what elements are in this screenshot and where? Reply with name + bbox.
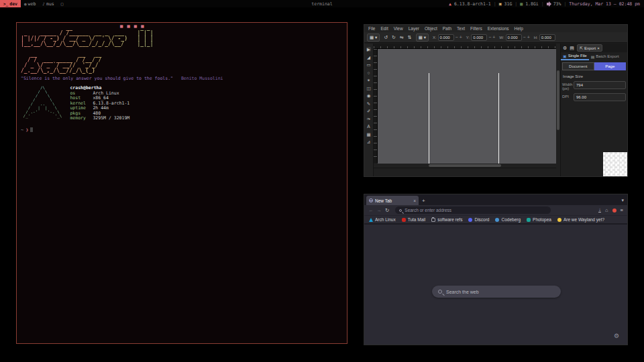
ellipse-tool-icon[interactable]: ○ [368, 70, 370, 75]
search-placeholder: Search the web [446, 290, 479, 294]
star-tool-icon[interactable]: ✶ [367, 78, 370, 82]
w-input[interactable]: 0.000 [506, 34, 522, 41]
bookmark-codeberg[interactable]: Codeberg [495, 217, 521, 222]
inkscape-statusbar [374, 168, 556, 176]
arch-favicon [369, 218, 373, 222]
terminal-window[interactable]: __ _ _ _ _____ / /______ __ _ ___ | | | … [16, 22, 347, 344]
close-icon[interactable]: × [597, 46, 600, 50]
menu-view[interactable]: View [394, 26, 403, 31]
dropper-tool-icon[interactable]: ⊿ [367, 139, 370, 144]
menu-edit[interactable]: Edit [380, 26, 388, 31]
text-tool-icon[interactable]: A [367, 124, 370, 129]
web-search-box[interactable]: Search the web [432, 286, 561, 298]
fetch-output: /\ / \ / \ / \ / .. \ / | | \ / .-' '-. … [21, 86, 343, 121]
personalize-gear-icon[interactable]: ⚙ [614, 333, 619, 339]
volume-icon [547, 3, 549, 5]
browser-window[interactable]: New Tab × + ▾ ← → ↻ Search or enter addr… [364, 194, 628, 345]
x-input[interactable]: 0.000 [438, 34, 454, 41]
rotate-cw-icon[interactable]: ↻ [392, 35, 396, 40]
list-tabs-chevron-icon[interactable]: ▾ [621, 198, 624, 203]
w-decrement[interactable]: − [523, 35, 526, 40]
menu-file[interactable]: File [368, 26, 375, 31]
selection-mode-dropdown[interactable]: ▦ ▾ [367, 34, 380, 42]
home-icon[interactable]: ⌂ [605, 207, 608, 213]
export-area-segment: Document Page [561, 60, 627, 72]
node-tool-icon[interactable]: ◢ [367, 55, 370, 60]
url-bar[interactable]: Search or enter address [395, 206, 551, 214]
box3d-tool-icon[interactable]: ◫ [366, 86, 370, 90]
bookmark-label: Photopea [533, 217, 551, 222]
export-width-input[interactable]: 794 [574, 81, 626, 89]
pencil-tool-icon[interactable]: ✎ [367, 101, 370, 106]
y-increment[interactable]: + [492, 35, 495, 40]
inkscape-window[interactable]: File Edit View Layer Object Path Text Fi… [364, 24, 628, 177]
bookmark-label: software refs [437, 217, 462, 222]
tab-new-tab[interactable]: New Tab × [366, 196, 419, 205]
bookmark-label: Codeberg [501, 217, 521, 222]
terminal-cursor [30, 127, 33, 132]
dpi-label: DPI [562, 93, 572, 99]
bookmark-photopea[interactable]: Photopea [527, 217, 551, 222]
calligraphy-tool-icon[interactable]: ✑ [367, 117, 370, 121]
tuta-favicon [402, 218, 406, 222]
quote-line: "Silence is the only answer you should g… [21, 76, 343, 81]
browser-navbar: ← → ↻ Search or enter address ↓ ⌂ ≡ [364, 205, 627, 215]
dpi-input[interactable]: 96.00 [574, 93, 626, 101]
menu-icon[interactable]: ≡ [621, 207, 623, 213]
y-input[interactable]: 0.000 [471, 34, 487, 41]
bookmark-tuta-mail[interactable]: Tuta Mail [402, 217, 426, 222]
rotate-ccw-icon[interactable]: ↺ [384, 35, 388, 40]
bookmark-discord[interactable]: Discord [468, 217, 489, 222]
inkscape-menubar: File Edit View Layer Object Path Text Fi… [364, 25, 627, 32]
menu-layer[interactable]: Layer [409, 26, 419, 31]
menu-path[interactable]: Path [443, 26, 451, 31]
x-increment[interactable]: + [460, 35, 462, 40]
menu-text[interactable]: Text [457, 26, 465, 31]
menu-extensions[interactable]: Extensions [488, 26, 509, 31]
recording-extension-icon[interactable] [612, 208, 616, 213]
tab-batch-export[interactable]: ▤ Batch Export [589, 54, 621, 60]
system-info: crash@bertha os Arch Linux host x86_64 k… [70, 86, 129, 121]
new-tab-button[interactable]: + [422, 198, 425, 204]
menu-help[interactable]: Help [515, 26, 523, 31]
selector-tool-icon[interactable]: ▶ [366, 47, 371, 52]
x-decrement[interactable]: − [455, 35, 458, 40]
y-decrement[interactable]: − [488, 35, 491, 40]
bookmark-arch-linux[interactable]: Arch Linux [369, 217, 396, 222]
menu-filters[interactable]: Filters [470, 26, 482, 31]
spiral-tool-icon[interactable]: ◉ [367, 93, 371, 98]
inkscape-canvas[interactable] [378, 49, 556, 164]
preferences-icon[interactable]: ⚙ [563, 46, 567, 51]
rectangle-tool-icon[interactable]: ▭ [366, 62, 370, 67]
export-dock-tab[interactable]: ⇱ Export × [577, 44, 602, 52]
shell-prompt[interactable]: ~ ❯ [21, 127, 343, 133]
document-button[interactable]: Document [562, 62, 594, 70]
search-icon [438, 290, 442, 294]
layers-icon[interactable]: ▤ [570, 46, 574, 51]
menu-object[interactable]: Object [425, 26, 437, 31]
w-increment[interactable]: + [527, 35, 530, 40]
batch-export-label: Batch Export [596, 54, 619, 58]
reload-icon[interactable]: ↻ [385, 207, 389, 213]
snap-dropdown[interactable]: ▦ ▾ [416, 34, 429, 42]
y-coordinate-field: Y: 0.000 − + [466, 34, 496, 41]
page-button[interactable]: Page [594, 62, 627, 70]
export-tab-label: Export [584, 46, 596, 50]
bookmark-folder-software-refs[interactable]: software refs [431, 217, 462, 222]
info-value: 3295M / 32019M [93, 116, 129, 121]
bookmark-label: Tuta Mail [408, 217, 426, 222]
info-row: memory 3295M / 32019M [70, 116, 129, 121]
forward-icon[interactable]: → [377, 207, 382, 213]
bookmark-are-we-wayland-yet[interactable]: Are we Wayland yet? [557, 217, 604, 222]
downloads-icon[interactable]: ↓ [598, 208, 601, 213]
flip-horizontal-icon[interactable]: ⇋ [400, 35, 404, 40]
h-input[interactable]: 0.000 [539, 34, 555, 41]
gradient-tool-icon[interactable]: ▦ [366, 132, 370, 137]
pen-tool-icon[interactable]: ✐ [367, 109, 370, 113]
flip-vertical-icon[interactable]: ⇅ [408, 35, 412, 40]
horizontal-scrollbar[interactable] [374, 164, 556, 168]
tab-single-file[interactable]: ▣ Single File [561, 53, 589, 60]
close-tab-icon[interactable]: × [413, 198, 416, 203]
back-icon[interactable]: ← [368, 207, 374, 213]
quote-text: "Silence is the only answer you should g… [21, 76, 173, 81]
